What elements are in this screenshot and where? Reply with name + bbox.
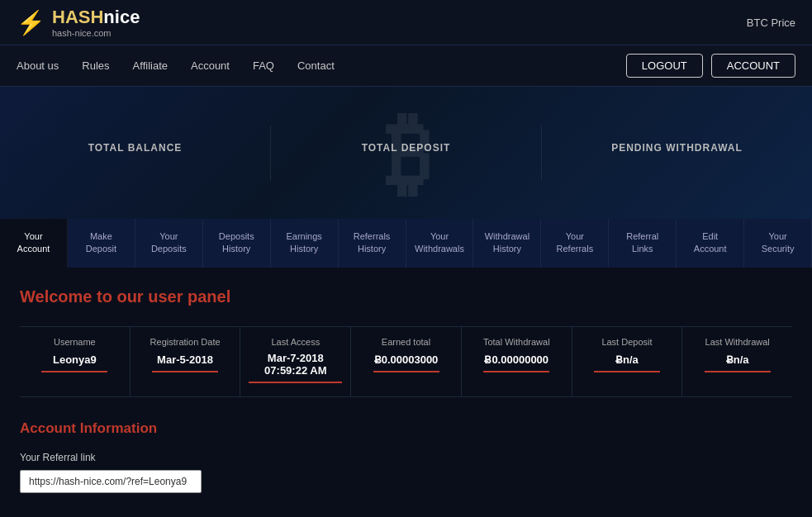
sub-nav: YourAccount MakeDeposit YourDeposits Dep… bbox=[0, 219, 812, 268]
sub-nav-referrals-history[interactable]: ReferralsHistory bbox=[339, 219, 406, 268]
earned-value: Ƀ0.00003000 bbox=[373, 353, 439, 372]
hero-btc-bg: ₿ bbox=[386, 101, 427, 206]
btc-price-label: BTC Price bbox=[747, 17, 795, 29]
hero-balance-label: TOTAL BALANCE bbox=[88, 142, 183, 154]
nav-about[interactable]: About us bbox=[17, 59, 59, 72]
nav-links: About us Rules Affiliate Account FAQ Con… bbox=[17, 59, 335, 72]
stat-registration: Registration Date Mar-5-2018 bbox=[131, 327, 241, 396]
sub-nav-referral-links[interactable]: ReferralLinks bbox=[609, 219, 677, 268]
sub-nav-earnings-history[interactable]: EarningsHistory bbox=[271, 219, 339, 268]
logo: ⚡ HASHnice hash-nice.com bbox=[17, 7, 140, 38]
total-withdrawal-label: Total Withdrawal bbox=[470, 337, 563, 347]
total-withdrawal-value: Ƀ0.00000000 bbox=[483, 353, 549, 372]
earned-label: Earned total bbox=[359, 337, 453, 347]
stat-last-withdrawal: Last Withdrawal Ƀn/a bbox=[682, 327, 792, 396]
nav-contact[interactable]: Contact bbox=[297, 59, 335, 72]
logout-button[interactable]: LOGOUT bbox=[626, 54, 703, 78]
account-info-title: Account Information bbox=[20, 420, 792, 437]
logo-text: HASHnice hash-nice.com bbox=[52, 7, 140, 38]
username-label: Username bbox=[28, 337, 121, 347]
referral-link-input[interactable] bbox=[20, 470, 202, 493]
registration-value: Mar-5-2018 bbox=[152, 353, 218, 372]
stat-last-deposit: Last Deposit Ƀn/a bbox=[572, 327, 683, 396]
last-access-value: Mar-7-2018 07:59:22 AM bbox=[249, 352, 342, 383]
sub-nav-edit-account[interactable]: EditAccount bbox=[677, 219, 744, 268]
stat-earned: Earned total Ƀ0.00003000 bbox=[351, 327, 462, 396]
sub-nav-make-deposit[interactable]: MakeDeposit bbox=[68, 219, 135, 268]
account-button[interactable]: ACCOUNT bbox=[711, 54, 795, 78]
sub-nav-your-account[interactable]: YourAccount bbox=[0, 219, 68, 268]
logo-hash: HASH bbox=[52, 7, 103, 27]
nav-faq[interactable]: FAQ bbox=[253, 59, 274, 72]
logo-icon: ⚡ bbox=[17, 9, 45, 36]
registration-label: Registration Date bbox=[139, 337, 232, 347]
referral-link-label: Your Referral link bbox=[20, 452, 792, 463]
sub-nav-your-withdrawals[interactable]: YourWithdrawals bbox=[406, 219, 474, 268]
stat-username: Username Leonya9 bbox=[20, 327, 131, 396]
nav-rules[interactable]: Rules bbox=[82, 59, 109, 72]
nav-account[interactable]: Account bbox=[191, 59, 230, 72]
nav-affiliate[interactable]: Affiliate bbox=[133, 59, 168, 72]
last-withdrawal-value: Ƀn/a bbox=[705, 353, 771, 372]
sub-nav-your-referrals[interactable]: YourReferrals bbox=[541, 219, 609, 268]
nav-buttons: LOGOUT ACCOUNT bbox=[626, 54, 795, 78]
welcome-title: Welcome to our user panel bbox=[20, 287, 792, 306]
sub-nav-deposits-history[interactable]: DepositsHistory bbox=[203, 219, 271, 268]
logo-main: HASHnice bbox=[52, 7, 140, 28]
stat-last-access: Last Access Mar-7-2018 07:59:22 AM bbox=[240, 327, 351, 396]
sub-nav-withdrawal-history[interactable]: WithdrawalHistory bbox=[473, 219, 541, 268]
username-value: Leonya9 bbox=[41, 353, 107, 372]
last-deposit-value: Ƀn/a bbox=[594, 353, 660, 372]
main-content: Welcome to our user panel Username Leony… bbox=[0, 268, 812, 513]
hero-stat-balance: TOTAL BALANCE bbox=[0, 126, 271, 180]
logo-sub: hash-nice.com bbox=[52, 28, 140, 38]
header: ⚡ HASHnice hash-nice.com BTC Price bbox=[0, 0, 812, 45]
sub-nav-your-deposits[interactable]: YourDeposits bbox=[135, 219, 203, 268]
logo-nice: nice bbox=[103, 7, 140, 27]
stat-total-withdrawal: Total Withdrawal Ƀ0.00000000 bbox=[462, 327, 572, 396]
last-access-label: Last Access bbox=[249, 337, 342, 347]
sub-nav-your-security[interactable]: YourSecurity bbox=[744, 219, 812, 268]
hero-pending-label: PENDING WITHDRAWAL bbox=[611, 142, 743, 154]
hero-section: ₿ TOTAL BALANCE TOTAL DEPOSIT PENDING WI… bbox=[0, 87, 812, 219]
main-nav: About us Rules Affiliate Account FAQ Con… bbox=[0, 45, 812, 87]
last-withdrawal-label: Last Withdrawal bbox=[691, 337, 784, 347]
hero-stat-pending: PENDING WITHDRAWAL bbox=[542, 126, 812, 180]
last-deposit-label: Last Deposit bbox=[581, 337, 674, 347]
user-stats-grid: Username Leonya9 Registration Date Mar-5… bbox=[20, 326, 792, 397]
